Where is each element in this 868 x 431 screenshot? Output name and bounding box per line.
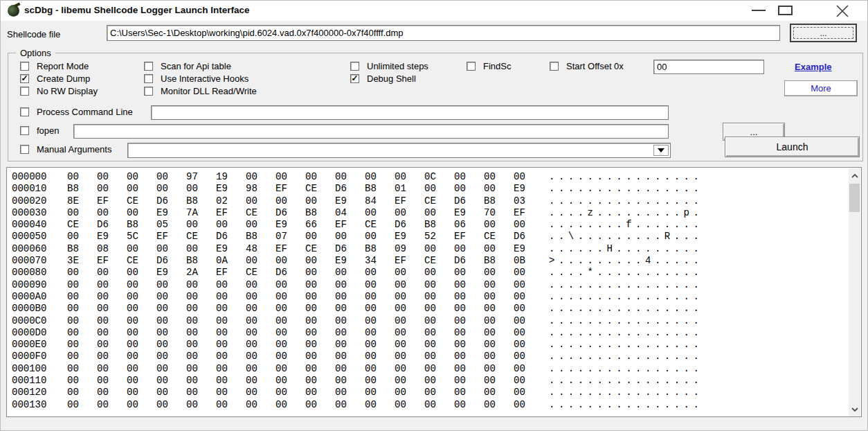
manual-arguments-checkbox[interactable] [20,145,29,154]
hex-offset: 0000B0 [12,303,46,315]
fopen-checkbox[interactable] [20,126,29,135]
create-dump-label: Create Dump [37,73,90,84]
hex-ascii: ....*........... [549,267,703,279]
start-offset-checkbox-row: Start Offset 0x [550,61,624,71]
combo-dropdown-button[interactable] [653,145,669,156]
vertical-scrollbar[interactable] [849,168,860,416]
monitor-dll-checkbox[interactable] [144,87,153,96]
scroll-up-button[interactable] [849,170,860,182]
hex-bytes: 3EEFCED6B80A000000E934EFCED6B80B [67,255,543,267]
chevron-down-icon [851,407,858,412]
findsc-checkbox[interactable] [467,62,476,71]
example-link[interactable]: Example [795,62,831,72]
app-icon [8,5,19,17]
hex-bytes: 000000E92AEFCED60000000000000000 [67,267,543,279]
hex-offset: 0000C0 [12,315,46,327]
hex-ascii: ................ [549,375,703,387]
browse-button-label: ... [820,28,826,38]
chevron-down-icon [658,148,664,156]
shellcode-file-input[interactable] [107,25,780,41]
hex-bytes: 00000000000000000000000000000000 [67,387,543,398]
scan-api-table-checkbox[interactable] [144,62,153,71]
process-command-line-checkbox-row: Process Command Line [20,107,133,117]
scan-api-table-label: Scan for Api table [161,61,231,71]
interactive-hooks-checkbox[interactable] [144,74,153,83]
hex-bytes: 000000E97AEFCED6B804000000E970EF [67,207,543,219]
window-title: scDbg - libemu Shellcode Logger Launch I… [24,5,250,15]
fopen-label: fopen [37,125,60,136]
maximize-button[interactable] [778,6,793,15]
hex-row: 0000A000000000000000000000000000000000..… [7,291,849,303]
app-window: scDbg - libemu Shellcode Logger Launch I… [0,0,868,431]
report-mode-label: Report Mode [37,61,89,71]
hex-ascii: ................ [549,387,703,398]
hex-rows: 0000000000000097190000000000000C000000..… [7,171,849,411]
start-offset-checkbox[interactable] [550,62,559,71]
scrollbar-thumb[interactable] [849,184,860,212]
manual-arguments-checkbox-row: Manual Arguments [20,144,111,155]
monitor-dll-label: Monitor DLL Read/Write [161,86,257,96]
hex-offset: 000050 [12,231,46,243]
no-rw-display-checkbox-row: No RW Display [20,86,98,96]
hex-offset: 000060 [12,243,46,255]
fopen-browse-button-label: ... [750,127,758,137]
hex-row: 000080000000E92AEFCED60000000000000000..… [7,267,849,279]
hex-ascii: ........f....... [549,219,703,231]
debug-shell-checkbox[interactable]: ✓ [350,74,359,83]
hex-offset: 0000F0 [12,351,46,362]
hex-ascii: ................ [549,171,703,183]
process-command-line-input[interactable] [151,105,669,120]
hex-bytes: 00000000000000000000000000000000 [67,375,543,387]
hex-bytes: 00000000000000000000000000000000 [67,363,543,375]
create-dump-checkbox[interactable]: ✓ [20,74,29,83]
scroll-down-button[interactable] [849,403,860,415]
unlimited-steps-label: Unlimited steps [367,61,428,71]
more-button-label: More [811,83,831,94]
hex-bytes: 00000000000000000000000000000000 [67,327,543,339]
hex-row: 000040CED6B805000000E966EFCED6B8060000..… [7,219,849,231]
hex-ascii: ......H......... [549,243,703,255]
hex-offset: 000090 [12,279,46,291]
fopen-input[interactable] [73,124,669,139]
browse-button[interactable]: ... [790,24,857,42]
unlimited-steps-checkbox[interactable] [350,62,359,71]
no-rw-display-checkbox[interactable] [20,87,29,96]
title-bar[interactable]: scDbg - libemu Shellcode Logger Launch I… [1,1,867,21]
close-button[interactable] [833,3,851,19]
launch-button[interactable]: Launch [725,137,860,157]
hex-ascii: ..\.........R... [549,231,703,243]
hex-row: 0000B000000000000000000000000000000000..… [7,303,849,315]
findsc-label: FindSc [483,61,511,71]
hex-offset: 000030 [12,207,46,219]
hex-ascii: ................ [549,183,703,195]
hex-offset: 000010 [12,183,46,195]
hex-offset: 000120 [12,387,46,398]
hex-row: 00010000000000000000000000000000000000..… [7,363,849,375]
findsc-checkbox-row: FindSc [467,61,511,71]
start-offset-input[interactable] [653,60,764,74]
hex-row: 0000D000000000000000000000000000000000..… [7,327,849,339]
hex-dump-view[interactable]: 0000000000000097190000000000000C000000..… [6,167,862,417]
options-group-label: Options [16,48,55,58]
more-button[interactable]: More [784,80,858,96]
process-command-line-checkbox[interactable] [20,107,29,116]
hex-row: 00013000000000000000000000000000000000..… [7,399,849,411]
hex-offset: 000070 [12,255,46,267]
manual-arguments-combo[interactable] [127,143,671,158]
hex-row: 00011000000000000000000000000000000000..… [7,375,849,387]
scan-api-table-checkbox-row: Scan for Api table [144,61,231,71]
hex-row: 0000208EEFCED6B802000000E984EFCED6B803..… [7,195,849,207]
create-dump-checkbox-row: ✓ Create Dump [20,73,90,84]
hex-row: 0000F000000000000000000000000000000000..… [7,351,849,362]
hex-ascii: ................ [549,351,703,362]
shellcode-file-label: Shellcode file [7,29,60,39]
hex-ascii: ................ [549,399,703,411]
hex-row: 00009000000000000000000000000000000000..… [7,279,849,291]
hex-bytes: 00000000000000000000000000000000 [67,303,543,315]
debug-shell-checkbox-row: ✓ Debug Shell [350,73,416,84]
minimize-button[interactable] [752,10,766,11]
report-mode-checkbox[interactable] [20,62,29,71]
report-mode-checkbox-row: Report Mode [20,61,89,71]
hex-bytes: 00000000000000000000000000000000 [67,315,543,327]
hex-offset: 000110 [12,375,46,387]
